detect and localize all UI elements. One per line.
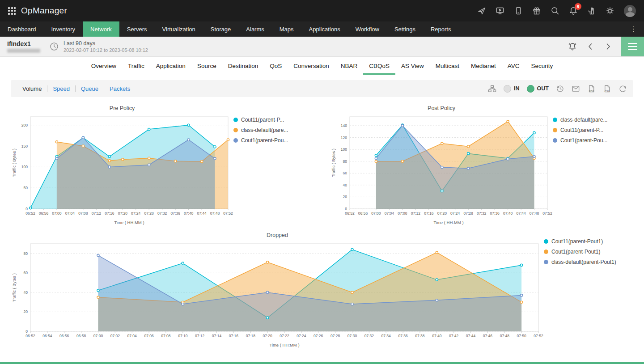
tab-medianet[interactable]: Medianet [465,57,502,75]
legend-item[interactable]: Cout1(parent-Pou... [233,137,314,144]
tab-cbqos[interactable]: CBQoS [363,57,395,75]
tab-multicast[interactable]: Multicast [430,57,465,75]
legend-item[interactable]: Cout11(parent-Pout1) [544,238,633,245]
legend-label: Cout11(parent-P... [560,127,603,133]
phone-icon[interactable] [514,6,523,15]
tab-destination[interactable]: Destination [222,57,264,75]
notification-badge: 5 [575,3,581,10]
dropped-plot: 02040608006:5206:5406:5606:5807:0007:020… [11,240,544,348]
nav-item-virtualization[interactable]: Virtualization [155,21,203,37]
nav-item-alarms[interactable]: Alarms [238,21,271,37]
legend-item[interactable]: Cout11(parent-P... [553,127,633,133]
in-label: IN [514,85,520,92]
legend-label: class-default(pare... [560,117,607,123]
out-toggle[interactable]: OUT [527,85,549,93]
mail-icon[interactable] [572,85,580,93]
bell-icon[interactable]: 5 [569,6,578,15]
clock-icon[interactable] [49,42,59,51]
in-toggle[interactable]: IN [504,85,520,93]
history-icon[interactable] [556,85,564,93]
svg-text:07:52: 07:52 [223,211,233,216]
svg-text:0: 0 [25,207,28,211]
rocket-icon[interactable] [477,6,486,15]
legend-item[interactable]: Cout1(parent-Pout1) [544,249,633,255]
tab-traffic[interactable]: Traffic [122,57,150,75]
gift-icon[interactable] [532,6,541,15]
tab-as-view[interactable]: AS View [395,57,430,75]
chevron-right-icon[interactable] [604,42,613,51]
svg-text:07:32: 07:32 [477,211,487,216]
legend-dot [544,260,548,264]
svg-text:07:24: 07:24 [297,334,306,338]
svg-text:07:08: 07:08 [398,211,407,216]
tab-source[interactable]: Source [191,57,222,75]
nav-item-applications[interactable]: Applications [301,21,348,37]
svg-text:80: 80 [24,251,28,256]
tab-nbar[interactable]: NBAR [335,57,364,75]
legend-item[interactable]: class-default(pare... [553,117,633,123]
chevron-left-icon[interactable] [586,42,595,51]
reset-icon[interactable] [619,85,627,93]
tab-avc[interactable]: AVC [502,57,525,75]
tab-security[interactable]: Security [525,57,559,75]
in-radio[interactable] [504,85,511,93]
legend-dot [233,118,238,122]
svg-text:07:34: 07:34 [381,334,391,338]
legend-item[interactable]: Cout1(parent-Pou... [553,137,633,144]
svg-text:0: 0 [25,329,28,334]
svg-text:07:10: 07:10 [178,334,188,338]
view-packets[interactable]: Packets [104,85,136,92]
hand-icon[interactable] [587,6,596,15]
top-bar: OpManager 5 [0,0,644,21]
svg-text:07:20: 07:20 [118,211,128,216]
view-volume[interactable]: Volume [17,85,47,92]
svg-text:07:18: 07:18 [246,334,256,338]
tab-overview[interactable]: Overview [85,57,122,75]
tab-conversation[interactable]: Conversation [288,57,335,75]
user-avatar[interactable] [624,5,636,17]
svg-text:07:04: 07:04 [385,211,394,216]
nav-item-storage[interactable]: Storage [203,21,239,37]
svg-text:07:36: 07:36 [170,211,180,216]
nav-item-workflow[interactable]: Workflow [348,21,387,37]
view-queue[interactable]: Queue [75,85,104,92]
csv-icon[interactable]: CSV [603,85,611,93]
legend-dot [544,239,548,244]
screen-play-icon[interactable] [496,6,504,15]
svg-text:06:52: 06:52 [25,334,35,338]
search-icon[interactable] [551,6,559,15]
svg-text:07:28: 07:28 [330,334,340,338]
svg-text:06:52: 06:52 [345,211,355,216]
tab-qos[interactable]: QoS [264,57,288,75]
nav-item-servers[interactable]: Servers [119,21,155,37]
pdf-icon[interactable]: PDF [587,85,596,93]
legend-item[interactable]: class-default(parent-Pout1) [544,259,633,265]
sitemap-icon[interactable] [488,85,496,93]
legend-item[interactable]: Cout11(parent-P... [233,117,314,123]
main-nav: Dashboard Inventory Network Servers Virt… [0,21,644,37]
tab-application[interactable]: Application [150,57,191,75]
nav-overflow-icon[interactable]: ⋮ [623,21,644,37]
svg-text:07:28: 07:28 [144,211,154,216]
nav-item-inventory[interactable]: Inventory [44,21,83,37]
svg-text:07:06: 07:06 [144,334,154,338]
time-range-block[interactable]: Last 90 days 2023-02-07 10:12 to 2023-05… [64,40,148,53]
gear-icon[interactable] [606,6,614,15]
hamburger-icon[interactable] [621,37,644,56]
legend-dot [544,250,548,254]
nav-item-reports[interactable]: Reports [423,21,459,37]
view-speed[interactable]: Speed [47,85,75,92]
svg-text:07:38: 07:38 [415,334,425,338]
out-radio[interactable] [527,85,534,93]
nav-item-settings[interactable]: Settings [387,21,423,37]
svg-text:140: 140 [341,123,347,128]
nav-item-dashboard[interactable]: Dashboard [0,21,44,37]
nav-item-network[interactable]: Network [83,21,119,37]
legend-item[interactable]: class-default(pare... [233,127,314,133]
csv-icon-label: CSV [603,90,611,93]
nav-item-maps[interactable]: Maps [272,21,301,37]
svg-text:07:12: 07:12 [411,211,421,216]
alert-icon[interactable] [568,42,577,51]
app-grid-icon[interactable] [8,7,16,15]
svg-text:Traffic ( Bytes ): Traffic ( Bytes ) [12,148,17,177]
